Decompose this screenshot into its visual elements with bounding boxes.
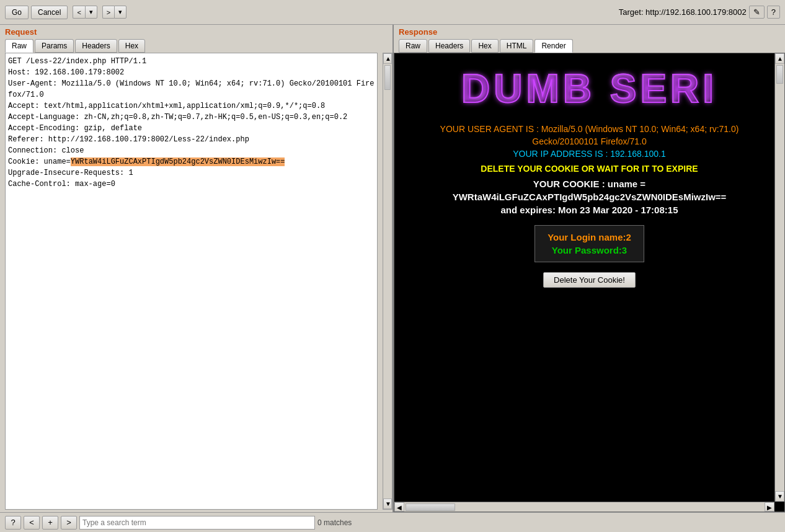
request-line-7: Referer: http://192.168.100.179:8002/Les… bbox=[8, 135, 249, 144]
request-panel: Request Raw Params Headers Hex GET /Less… bbox=[0, 25, 394, 512]
h-scroll-thumb[interactable] bbox=[406, 503, 455, 511]
v-scroll-up[interactable]: ▲ bbox=[775, 53, 784, 64]
search-prev-button[interactable]: < bbox=[24, 516, 40, 530]
user-agent-line1: YOUR USER AGENT IS : Mozilla/5.0 (Window… bbox=[440, 124, 739, 134]
cookie-label-text: YOUR COOKIE : uname = bbox=[533, 179, 645, 189]
tab-response-raw[interactable]: Raw bbox=[399, 39, 427, 53]
edit-target-button[interactable]: ✎ bbox=[749, 6, 765, 19]
forward-button[interactable]: > bbox=[102, 6, 114, 19]
tab-request-params[interactable]: Params bbox=[35, 39, 74, 53]
request-line-6: Accept-Encoding: gzip, deflate bbox=[8, 124, 142, 133]
go-button[interactable]: Go bbox=[5, 6, 29, 19]
request-content-area: GET /Less-22/index.php HTTP/1.1 Host: 19… bbox=[0, 53, 393, 510]
forward-dropdown-button[interactable]: ▾ bbox=[114, 6, 126, 19]
login-info-box: Your Login name:2 Your Password:3 bbox=[534, 225, 644, 262]
request-line-1: GET /Less-22/index.php HTTP/1.1 bbox=[8, 57, 146, 66]
response-panel: Response Raw Headers Hex HTML Render ▲ ▼… bbox=[394, 25, 785, 512]
cancel-button[interactable]: Cancel bbox=[31, 6, 68, 19]
request-raw-content[interactable]: GET /Less-22/index.php HTTP/1.1 Host: 19… bbox=[5, 53, 378, 510]
ip-address-text: YOUR IP ADDRESS IS : 192.168.100.1 bbox=[513, 149, 665, 159]
tab-request-raw[interactable]: Raw bbox=[5, 39, 33, 53]
tab-request-hex[interactable]: Hex bbox=[118, 39, 145, 53]
request-line-4: Accept: text/html,application/xhtml+xml,… bbox=[8, 102, 325, 110]
response-scrollbar-v[interactable]: ▲ ▼ bbox=[774, 53, 784, 502]
response-scrollbar-h[interactable]: ◀ ▶ bbox=[394, 502, 774, 512]
h-scroll-left[interactable]: ◀ bbox=[394, 502, 404, 512]
search-help-button[interactable]: ? bbox=[5, 516, 21, 530]
render-page-area: DUMB SERI YOUR USER AGENT IS : Mozilla/5… bbox=[394, 53, 784, 512]
forward-nav-buttons: > ▾ bbox=[102, 6, 126, 19]
delete-cookie-instruction: DELETE YOUR COOKIE OR WAIT FOR IT TO EXP… bbox=[481, 164, 698, 174]
response-tab-bar: Raw Headers Hex HTML Render bbox=[394, 39, 785, 53]
back-dropdown-button[interactable]: ▾ bbox=[85, 6, 97, 19]
matches-count: 0 matches bbox=[317, 518, 352, 527]
request-line-3: User-Agent: Mozilla/5.0 (Windows NT 10.0… bbox=[8, 79, 375, 99]
v-scroll-down[interactable]: ▼ bbox=[775, 491, 784, 502]
target-info: Target: http://192.168.100.179:8002 bbox=[619, 7, 747, 17]
scroll-up-arrow[interactable]: ▲ bbox=[383, 53, 392, 64]
tab-request-headers[interactable]: Headers bbox=[75, 39, 117, 53]
login-name-label: Your Login name:2 bbox=[548, 232, 631, 242]
request-tab-bar: Raw Params Headers Hex bbox=[0, 39, 393, 53]
request-line-cookie: Cookie: uname=YWRtaW4iLGFuZCAxPTIgdW5pb2… bbox=[8, 157, 285, 166]
cookie-value-highlight: YWRtaW4iLGFuZCAxPTIgdW5pb24gc2VsZWN0IDEs… bbox=[71, 157, 285, 166]
request-scrollbar[interactable]: ▲ ▼ bbox=[383, 53, 393, 510]
request-line-8: Connection: close bbox=[8, 146, 84, 155]
response-title: Response bbox=[394, 25, 785, 39]
delete-cookie-button[interactable]: Delete Your Cookie! bbox=[543, 272, 636, 288]
top-toolbar: Go Cancel < ▾ > ▾ Target: http://192.168… bbox=[0, 0, 785, 25]
login-password-label: Your Password:3 bbox=[548, 245, 631, 255]
h-scroll-right[interactable]: ▶ bbox=[765, 502, 774, 512]
bottom-search-bar: ? < + > 0 matches bbox=[0, 512, 785, 532]
v-scroll-thumb[interactable] bbox=[776, 65, 783, 84]
response-render-content: ▲ ▼ ◀ ▶ DUMB SERI YOUR USER AGENT IS : M… bbox=[394, 53, 785, 512]
cookie-value-text: YWRtaW4iLGFuZCAxPTIgdW5pb24gc2VsZWN0IDEs… bbox=[453, 192, 727, 202]
request-line-2: Host: 192.168.100.179:8002 bbox=[8, 68, 124, 77]
search-add-button[interactable]: + bbox=[42, 516, 58, 530]
request-line-upgrade: Upgrade-Insecure-Requests: 1 bbox=[8, 169, 133, 177]
back-nav-buttons: < ▾ bbox=[73, 6, 97, 19]
request-title: Request bbox=[0, 25, 393, 39]
tab-response-render[interactable]: Render bbox=[534, 39, 572, 53]
request-line-cache: Cache-Control: max-age=0 bbox=[8, 180, 115, 188]
user-agent-line2: Gecko/20100101 Firefox/71.0 bbox=[532, 136, 646, 146]
expires-text: and expires: Mon 23 Mar 2020 - 17:08:15 bbox=[501, 205, 678, 215]
tab-response-headers[interactable]: Headers bbox=[428, 39, 470, 53]
scroll-thumb[interactable] bbox=[384, 65, 391, 90]
request-text-block: GET /Less-22/index.php HTTP/1.1 Host: 19… bbox=[8, 56, 375, 190]
scroll-down-arrow[interactable]: ▼ bbox=[383, 499, 392, 509]
main-area: Request Raw Params Headers Hex GET /Less… bbox=[0, 25, 785, 512]
back-button[interactable]: < bbox=[73, 6, 84, 19]
help-button[interactable]: ? bbox=[767, 6, 780, 19]
search-next-button[interactable]: > bbox=[61, 516, 77, 530]
request-line-5: Accept-Language: zh-CN,zh;q=0.8,zh-TW;q=… bbox=[8, 113, 347, 122]
search-input[interactable] bbox=[79, 516, 315, 530]
page-dumb-title: DUMB SERI bbox=[461, 66, 717, 112]
tab-response-html[interactable]: HTML bbox=[500, 39, 534, 53]
tab-response-hex[interactable]: Hex bbox=[471, 39, 498, 53]
